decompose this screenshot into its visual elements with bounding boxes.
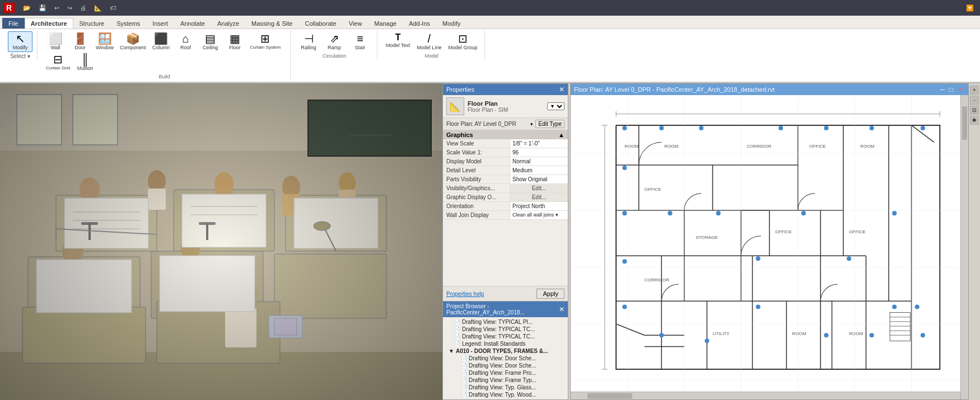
ribbon-btn-door[interactable]: 🚪Door (68, 31, 92, 52)
fp-maximize-btn[interactable]: □ (948, 86, 955, 93)
component-label: Component (120, 45, 146, 50)
ribbon-group-circulation: ⊣Railing ⇗Ramp ≡Stair Circulation (292, 30, 377, 60)
left-column: Properties ✕ 📐 Floor Plan Floor Plan - S… (442, 83, 570, 400)
prop-value-graphic-display[interactable]: Edit... (510, 193, 568, 201)
ribbon-btn-ramp[interactable]: ⇗Ramp (322, 31, 347, 52)
ribbon-btn-component[interactable]: 📦Component (117, 31, 149, 52)
floor-dropdown-arrow[interactable]: ▾ (530, 121, 533, 127)
tree-group-a010[interactable]: ▼ A010 - DOOR TYPES, FRAMES &... (443, 347, 568, 355)
ribbon-btn-mullion[interactable]: ║Mullion (73, 52, 97, 73)
tab-analyze[interactable]: Analyze (211, 18, 245, 29)
tab-architecture[interactable]: Architecture (25, 18, 73, 29)
properties-close-btn[interactable]: ✕ (559, 86, 564, 93)
floorplan-scrollbar-horizontal[interactable] (571, 392, 960, 399)
app-container: R 📂 💾 ↩ ↪ 🖨 📐 🏷 🔽 File Architecture Stru… (0, 0, 980, 400)
ribbon-minimize[interactable]: 🔽 (963, 3, 977, 13)
prop-value-scale-value[interactable]: 96 (510, 148, 568, 157)
ribbon-btn-modify[interactable]: ↖ Modify (8, 31, 32, 52)
ribbon-btn-wall[interactable]: ⬜Wall (43, 31, 68, 52)
tree-item-door-1[interactable]: 📄 Drafting View: Door Sche... (443, 355, 568, 362)
tab-addins[interactable]: Add-Ins (403, 18, 436, 29)
quick-access-save[interactable]: 💾 (36, 3, 49, 13)
select-dropdown[interactable]: Select ▾ (10, 53, 30, 59)
graphics-section-header[interactable]: Graphics ▲ (443, 130, 568, 139)
tree-item-wood[interactable]: 📄 Drafting View: Typ. Wood... (443, 391, 568, 398)
ribbon-btn-stair[interactable]: ≡Stair (348, 31, 372, 52)
tree-item-drafting-2[interactable]: 📄 Drafting View: TYPICAL TC... (443, 326, 568, 333)
zoom-out-tool[interactable]: - (970, 96, 979, 105)
tree-doc-icon-5: 📄 (461, 356, 467, 361)
tree-item-drafting-3[interactable]: 📄 Drafting View: TYPICAL TC... (443, 333, 568, 340)
ribbon-btn-curtain-system[interactable]: ⊞Curtain System (248, 31, 284, 51)
prop-label-scale-value: Scale Value 1: (443, 148, 510, 157)
svg-text:ROOM: ROOM (664, 144, 678, 149)
quick-access-print[interactable]: 🖨 (77, 3, 89, 12)
tree-item-legend[interactable]: 📄 Legend: Install Standards (443, 340, 568, 347)
ribbon-btn-model-text[interactable]: TModel Text (383, 31, 413, 52)
edit-type-btn[interactable]: Edit Type (535, 120, 564, 128)
prop-value-display-model[interactable]: Normal (510, 157, 568, 166)
zoom-in-tool[interactable]: + (970, 86, 979, 95)
browser-close-btn[interactable]: ✕ (559, 305, 564, 313)
tree-item-label-9: Drafting View: Typ. Glass... (469, 384, 536, 390)
ribbon-btn-ceiling[interactable]: ▤Ceiling (198, 31, 223, 52)
svg-point-84 (870, 126, 874, 130)
tree-item-door-2[interactable]: 📄 Drafting View: Door Sche... (443, 362, 568, 369)
prop-value-visibility-graphics[interactable]: Edit... (510, 184, 568, 192)
tab-modify[interactable]: Modify (436, 18, 466, 29)
tab-collaborate[interactable]: Collaborate (298, 18, 342, 29)
ribbon-btn-floor[interactable]: ▦Floor (223, 31, 248, 52)
ribbon-btn-column[interactable]: ⬛Column (149, 31, 174, 52)
prop-label-parts-visibility: Parts Visibility (443, 175, 510, 183)
fp-minimize-btn[interactable]: ─ (938, 86, 946, 93)
panel-floor-label: Floor Plan: AY Level 0_DPR (446, 121, 528, 127)
prop-value-orientation[interactable]: Project North (510, 202, 568, 210)
build-group-label: Build (43, 74, 286, 79)
browser-tree: 📄 Drafting View: TYPICAL Pl... 📄 Draftin… (443, 317, 568, 399)
floor-label: Floor (229, 45, 241, 50)
prop-value-detail-level[interactable]: Medium (510, 166, 568, 175)
ribbon-btn-model-line[interactable]: /Model Line (414, 31, 444, 52)
tab-massing-site[interactable]: Massing & Site (245, 18, 298, 29)
prop-value-wall-join[interactable]: Clean all wall joins ▾ (510, 211, 568, 219)
tree-item-glass[interactable]: 📄 Drafting View: Typ. Glass... (443, 384, 568, 391)
tab-insert[interactable]: Insert (146, 18, 174, 29)
ribbon-btn-window[interactable]: 🪟Window (92, 31, 117, 52)
tab-systems[interactable]: Systems (110, 18, 146, 29)
tree-doc-icon-10: 📄 (461, 392, 467, 398)
properties-apply-btn[interactable]: Apply (536, 289, 564, 299)
quick-access-redo[interactable]: ↪ (64, 3, 75, 13)
model-group-label: Model Group (448, 45, 477, 50)
ribbon-btn-railing[interactable]: ⊣Railing (296, 31, 321, 52)
floorplan-scrollbar-vertical[interactable] (960, 95, 968, 399)
quick-access-tag[interactable]: 🏷 (107, 3, 119, 12)
quick-access-undo[interactable]: ↩ (52, 3, 62, 13)
fp-close-btn[interactable]: ✕ (956, 86, 965, 93)
tab-structure[interactable]: Structure (73, 18, 111, 29)
tree-doc-icon-7: 📄 (461, 370, 467, 376)
panel-props: Graphics ▲ View Scale 1/8" = 1'-0" Scale… (443, 130, 568, 286)
ribbon-tabs: File Architecture Structure Systems Inse… (0, 16, 980, 29)
pan-tool[interactable]: ✥ (970, 116, 979, 125)
tab-file[interactable]: File (2, 18, 25, 29)
tab-annotate[interactable]: Annotate (174, 18, 211, 29)
quick-access-open[interactable]: 📂 (20, 3, 34, 13)
tree-item-frame-1[interactable]: 📄 Drafting View: Frame Pro... (443, 369, 568, 377)
svg-point-85 (921, 126, 925, 130)
panel-type-selector[interactable]: ▼ (547, 102, 564, 110)
curtain-grid-label: Curtain Grid (46, 65, 70, 70)
ribbon-area: R 📂 💾 ↩ ↪ 🖨 📐 🏷 🔽 File Architecture Stru… (0, 0, 980, 83)
tree-item-drafting-1[interactable]: 📄 Drafting View: TYPICAL Pl... (443, 318, 568, 326)
prop-value-parts-visibility[interactable]: Show Original (510, 175, 568, 183)
fit-view-tool[interactable]: ⊡ (970, 106, 979, 115)
floorplan-content[interactable]: ROOM ROOM CORRIDOR OFFICE ROOM OFFICE ST… (571, 95, 968, 399)
properties-help-link[interactable]: Properties help (446, 291, 484, 297)
ribbon-btn-model-group[interactable]: ⊡Model Group (445, 31, 480, 52)
quick-access-measure[interactable]: 📐 (91, 3, 105, 13)
tab-view[interactable]: View (343, 18, 368, 29)
tree-item-frame-2[interactable]: 📄 Drafting View: Frame Typ... (443, 377, 568, 384)
ribbon-btn-curtain-grid[interactable]: ⊟Curtain Grid (43, 52, 73, 72)
prop-value-view-scale[interactable]: 1/8" = 1'-0" (510, 139, 568, 148)
tab-manage[interactable]: Manage (368, 18, 403, 29)
ribbon-btn-roof[interactable]: ⌂Roof (174, 31, 198, 52)
